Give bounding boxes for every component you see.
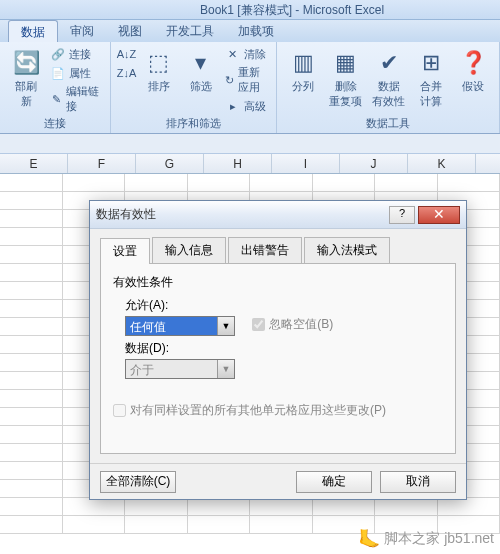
cell[interactable] <box>0 192 63 210</box>
group-connections-label: 连接 <box>0 116 110 131</box>
cell[interactable] <box>63 498 126 516</box>
col-header[interactable]: E <box>0 154 68 173</box>
col-header[interactable]: I <box>272 154 340 173</box>
cell[interactable] <box>125 516 188 534</box>
apply-to-others-checkbox: 对有同样设置的所有其他单元格应用这些更改(P) <box>113 402 386 419</box>
cell[interactable] <box>438 498 501 516</box>
cell[interactable] <box>0 174 63 192</box>
cell[interactable] <box>0 390 63 408</box>
cell[interactable] <box>250 516 313 534</box>
allow-label: 允许(A): <box>125 297 443 314</box>
group-datatools-label: 数据工具 <box>277 116 499 131</box>
tab-input-message[interactable]: 输入信息 <box>152 237 226 263</box>
cell[interactable] <box>0 498 63 516</box>
help-button[interactable]: ? <box>389 206 415 224</box>
cancel-button[interactable]: 取消 <box>380 471 456 493</box>
cell[interactable] <box>63 516 126 534</box>
cell[interactable] <box>0 408 63 426</box>
connections-button[interactable]: 🔗连接 <box>48 45 104 63</box>
watermark: 🦶 脚本之家 jb51.net <box>358 528 494 550</box>
column-headers: E F G H I J K <box>0 154 500 174</box>
cell[interactable] <box>125 174 188 192</box>
cell[interactable] <box>0 426 63 444</box>
footprint-icon: 🦶 <box>358 528 380 550</box>
reapply-button[interactable]: ↻重新应用 <box>223 64 270 96</box>
col-header[interactable]: K <box>408 154 476 173</box>
group-sortfilter-label: 排序和筛选 <box>111 116 276 131</box>
cell[interactable] <box>0 264 63 282</box>
tab-review[interactable]: 审阅 <box>58 20 106 42</box>
col-header[interactable]: H <box>204 154 272 173</box>
ignore-blank-checkbox: 忽略空值(B) <box>252 316 333 333</box>
tab-ime-mode[interactable]: 输入法模式 <box>304 237 390 263</box>
validation-icon: ✔ <box>373 47 405 79</box>
cell[interactable] <box>63 174 126 192</box>
close-button[interactable]: ✕ <box>418 206 460 224</box>
cell[interactable] <box>0 372 63 390</box>
cell[interactable] <box>250 498 313 516</box>
sort-desc-icon: Z↓A <box>119 65 135 81</box>
tab-addins[interactable]: 加载项 <box>226 20 286 42</box>
data-dropdown: 介于 ▼ <box>125 359 235 379</box>
formula-bar[interactable] <box>0 134 500 154</box>
tab-data[interactable]: 数据 <box>8 20 58 42</box>
cell[interactable] <box>375 498 438 516</box>
properties-icon: 📄 <box>50 65 66 81</box>
cell[interactable] <box>0 444 63 462</box>
cell[interactable] <box>438 174 501 192</box>
cell[interactable] <box>0 336 63 354</box>
dedup-icon: ▦ <box>330 47 362 79</box>
dialog-tabs: 设置 输入信息 出错警告 输入法模式 <box>100 237 456 264</box>
edit-links-button[interactable]: ✎编辑链接 <box>48 83 104 115</box>
col-header[interactable]: G <box>136 154 204 173</box>
clear-filter-button[interactable]: ✕清除 <box>223 45 270 63</box>
cell[interactable] <box>0 354 63 372</box>
cell[interactable] <box>375 174 438 192</box>
col-header[interactable]: F <box>68 154 136 173</box>
cell[interactable] <box>0 318 63 336</box>
col-header[interactable]: J <box>340 154 408 173</box>
window-title: Book1 [兼容模式] - Microsoft Excel <box>0 0 500 20</box>
chevron-down-icon: ▼ <box>217 317 234 335</box>
tab-error-alert[interactable]: 出错警告 <box>228 237 302 263</box>
cell[interactable] <box>188 516 251 534</box>
ribbon: 🔄 部刷新 🔗连接 📄属性 ✎编辑链接 连接 A↓Z Z↓A ⬚ 排序 ▾ 筛选 <box>0 42 500 134</box>
cell[interactable] <box>0 300 63 318</box>
tab-settings[interactable]: 设置 <box>100 238 150 264</box>
cell[interactable] <box>0 210 63 228</box>
grid-row[interactable] <box>0 174 500 192</box>
link-icon: 🔗 <box>50 46 66 62</box>
texttocol-icon: ▥ <box>287 47 319 79</box>
cell[interactable] <box>0 516 63 534</box>
sort-icon: ⬚ <box>143 47 175 79</box>
reapply-icon: ↻ <box>225 72 236 88</box>
advanced-filter-button[interactable]: ▸高级 <box>223 97 270 115</box>
cell[interactable] <box>188 174 251 192</box>
tab-view[interactable]: 视图 <box>106 20 154 42</box>
grid-row[interactable] <box>0 498 500 516</box>
clear-all-button[interactable]: 全部清除(C) <box>100 471 176 493</box>
cell[interactable] <box>0 462 63 480</box>
cell[interactable] <box>313 174 376 192</box>
allow-dropdown[interactable]: 任何值 ▼ <box>125 316 235 336</box>
cell[interactable] <box>250 174 313 192</box>
tab-developer[interactable]: 开发工具 <box>154 20 226 42</box>
cell[interactable] <box>188 498 251 516</box>
cell[interactable] <box>0 282 63 300</box>
criteria-label: 有效性条件 <box>113 274 443 291</box>
consolidate-icon: ⊞ <box>415 47 447 79</box>
properties-button[interactable]: 📄属性 <box>48 64 104 82</box>
cell[interactable] <box>0 480 63 498</box>
advanced-icon: ▸ <box>225 98 241 114</box>
cell[interactable] <box>0 228 63 246</box>
data-validation-dialog: 数据有效性 ? ✕ 设置 输入信息 出错警告 输入法模式 有效性条件 允许(A)… <box>89 200 467 500</box>
clear-icon: ✕ <box>225 46 241 62</box>
sort-asc-button[interactable]: A↓Z <box>117 45 137 63</box>
edit-link-icon: ✎ <box>50 91 63 107</box>
ok-button[interactable]: 确定 <box>296 471 372 493</box>
refresh-icon: 🔄 <box>10 47 42 79</box>
cell[interactable] <box>0 246 63 264</box>
sort-desc-button[interactable]: Z↓A <box>117 64 137 82</box>
cell[interactable] <box>313 498 376 516</box>
cell[interactable] <box>125 498 188 516</box>
